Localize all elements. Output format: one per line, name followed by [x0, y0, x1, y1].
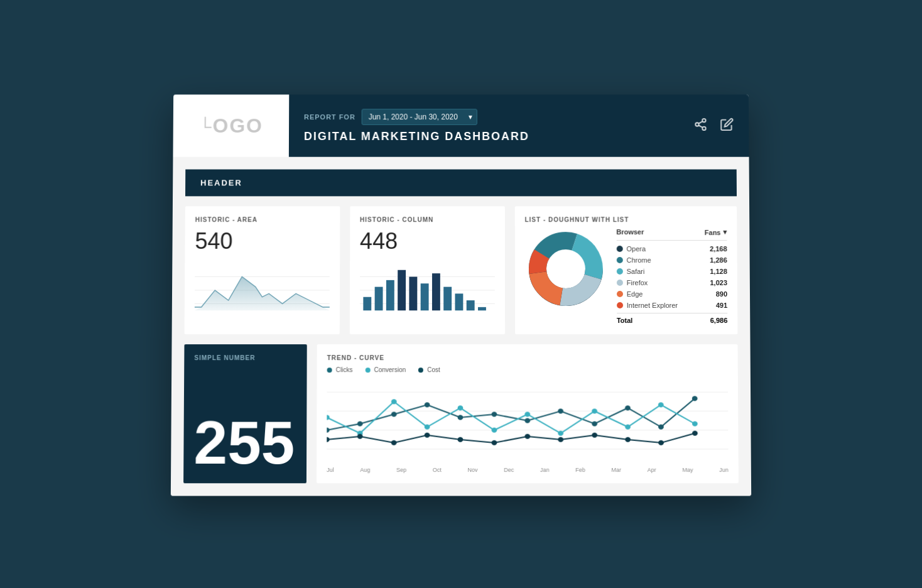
svg-point-54 — [625, 424, 631, 429]
browser-name: Opera — [616, 245, 646, 253]
simple-number-value: 255 — [193, 412, 296, 473]
browser-col-header: Browser — [616, 228, 644, 236]
fans-value: 2,168 — [710, 245, 727, 253]
svg-point-41 — [592, 421, 597, 426]
svg-point-57 — [327, 437, 330, 442]
trend-card: TREND - CURVE Clicks Conversion Cost — [317, 344, 739, 483]
total-label: Total — [617, 317, 633, 324]
x-axis-label: Dec — [504, 467, 514, 473]
legend-dot — [365, 367, 370, 372]
legend-dot — [418, 367, 423, 372]
edit-icon[interactable] — [720, 117, 734, 134]
browser-dot — [617, 257, 623, 263]
x-axis-label: Feb — [575, 467, 585, 473]
legend-item: Conversion — [365, 366, 406, 373]
logo: └OGO — [199, 114, 263, 137]
browser-name: Firefox — [617, 279, 648, 286]
svg-rect-17 — [432, 273, 440, 310]
header-actions — [678, 94, 749, 156]
trend-legend: Clicks Conversion Cost — [327, 366, 728, 373]
legend-label: Clicks — [336, 366, 353, 373]
doughnut-total-row: Total 6,986 — [617, 313, 727, 324]
svg-point-40 — [558, 408, 563, 413]
bottom-row: SIMPLE NUMBER 255 TREND - CURVE Clicks C… — [183, 344, 739, 483]
svg-rect-14 — [398, 270, 406, 310]
x-axis-label: Jul — [327, 467, 334, 473]
svg-point-38 — [492, 411, 497, 416]
trend-chart — [327, 379, 728, 462]
simple-number-card: SIMPLE NUMBER 255 — [183, 344, 307, 483]
doughnut-row: Safari 1,128 — [617, 266, 727, 277]
svg-point-53 — [592, 408, 597, 413]
svg-line-4 — [698, 121, 702, 123]
svg-point-52 — [558, 430, 563, 435]
doughnut-row: Edge 890 — [617, 288, 727, 300]
historic-column-value: 448 — [360, 228, 495, 254]
content-area: HEADER HISTORIC - AREA 540 — [171, 156, 751, 496]
x-axis-label: Sep — [396, 467, 406, 473]
svg-point-33 — [327, 427, 330, 432]
svg-point-36 — [425, 402, 430, 407]
date-selector-wrapper[interactable]: Jun 1, 2020 - Jun 30, 2020 — [362, 108, 477, 124]
historic-column-title: HISTORIC - COLUMN — [360, 216, 495, 223]
svg-point-59 — [391, 440, 397, 445]
svg-point-37 — [458, 415, 464, 420]
area-chart — [195, 262, 330, 318]
charts-row-1: HISTORIC - AREA 540 — [185, 206, 738, 334]
svg-rect-16 — [421, 283, 429, 310]
page-title: DIGITAL MARKETING DASHBOARD — [304, 129, 664, 143]
svg-line-3 — [698, 124, 702, 127]
browser-name: Internet Explorer — [617, 302, 678, 309]
svg-point-65 — [592, 432, 597, 437]
historic-column-card: HISTORIC - COLUMN 448 — [350, 206, 505, 334]
svg-point-60 — [425, 432, 430, 437]
svg-rect-20 — [467, 300, 475, 310]
fans-value: 890 — [716, 290, 727, 298]
svg-point-47 — [391, 399, 397, 404]
svg-point-67 — [658, 440, 664, 445]
svg-rect-19 — [455, 293, 463, 310]
historic-area-title: HISTORIC - AREA — [195, 216, 330, 223]
browser-dot — [617, 280, 623, 286]
svg-point-50 — [492, 427, 497, 432]
date-range-select[interactable]: Jun 1, 2020 - Jun 30, 2020 — [362, 108, 477, 124]
x-axis-label: Apr — [648, 467, 656, 473]
share-icon[interactable] — [693, 117, 707, 134]
fans-col-header: Fans ▾ — [705, 228, 727, 236]
svg-point-44 — [692, 396, 698, 401]
svg-rect-21 — [478, 307, 486, 310]
doughnut-chart — [525, 228, 607, 310]
doughnut-svg-wrapper — [525, 228, 607, 312]
browser-dot — [617, 302, 623, 308]
svg-point-2 — [702, 126, 706, 129]
report-for-row: REPORT FOR Jun 1, 2020 - Jun 30, 2020 — [304, 108, 664, 124]
svg-rect-13 — [386, 280, 394, 310]
legend-item: Cost — [418, 366, 440, 373]
svg-point-49 — [458, 405, 464, 410]
svg-point-0 — [702, 118, 706, 121]
total-value: 6,986 — [710, 317, 728, 324]
x-axis-labels: JulAugSepOctNovDecJanFebMarAprMayJun — [327, 464, 729, 473]
browser-dot — [617, 268, 623, 275]
svg-point-42 — [625, 405, 631, 410]
legend-item: Clicks — [327, 366, 353, 373]
svg-point-56 — [692, 421, 698, 426]
doughnut-row: Internet Explorer 491 — [617, 299, 727, 310]
svg-point-55 — [658, 402, 664, 407]
legend-label: Conversion — [374, 366, 406, 373]
doughnut-title: LIST - DOUGHNUT WITH LIST — [525, 216, 727, 223]
x-axis-label: Jun — [719, 467, 729, 473]
svg-point-66 — [625, 437, 631, 442]
svg-rect-12 — [374, 286, 382, 310]
simple-number-title: SIMPLE NUMBER — [194, 354, 296, 361]
x-axis-label: May — [682, 467, 693, 473]
section-header: HEADER — [185, 169, 737, 196]
browser-name: Edge — [617, 290, 643, 298]
svg-point-62 — [492, 440, 497, 445]
legend-label: Cost — [427, 366, 440, 373]
historic-area-value: 540 — [195, 228, 330, 254]
doughnut-table-header: Browser Fans ▾ — [616, 228, 727, 241]
doughnut-table: Browser Fans ▾ Opera 2,168 Chrome 1,286 — [616, 228, 727, 324]
svg-point-61 — [458, 437, 464, 442]
browser-dot — [617, 291, 623, 297]
